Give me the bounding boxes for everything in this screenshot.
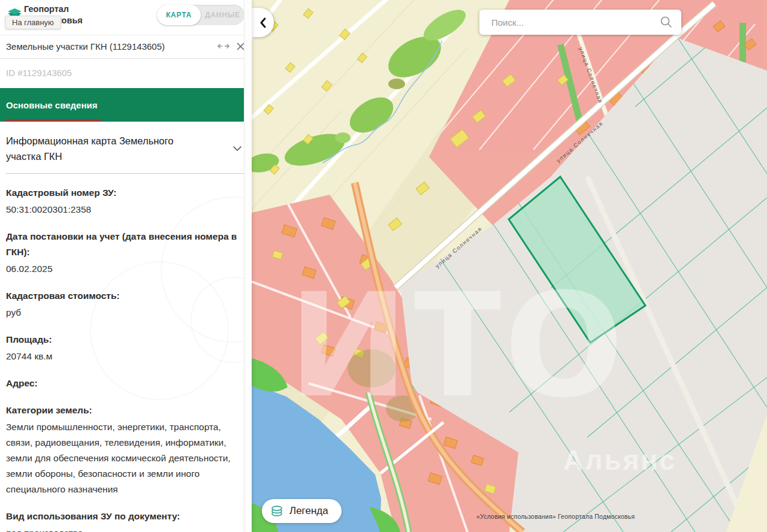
logo-title-line1: Геопортал [24, 4, 69, 14]
info-sidebar: Геопортал Подмосковья На главную КАРТА Д… [0, 0, 252, 532]
field-value: под производство [6, 525, 244, 532]
tab-main-info[interactable]: Основные сведения [0, 88, 252, 122]
toggle-map-tab[interactable]: КАРТА [157, 5, 201, 25]
field-label: Категории земель: [6, 403, 244, 418]
section-info-card[interactable]: Информационная карта Земельного участка … [6, 122, 246, 174]
field-permitted-use: Вид использования ЗУ по документу: под п… [6, 509, 244, 532]
view-toggle: КАРТА ДАННЫЕ [157, 5, 244, 25]
object-id: ID #1129143605 [0, 59, 252, 88]
legend-label: Легенда [289, 505, 328, 517]
search-icon[interactable] [660, 16, 673, 29]
map-svg: улица Солнечная улица Солнечная улица Со… [252, 0, 767, 532]
tab-active-underline [5, 119, 102, 122]
legend-button[interactable]: Легенда [262, 499, 342, 523]
watermark-center: ито [288, 216, 624, 437]
sidebar-header: Геопортал Подмосковья На главную КАРТА Д… [0, 0, 252, 35]
section-title: Информационная карта Земельного участка … [6, 133, 210, 164]
search-input[interactable] [490, 17, 660, 28]
geoportal-page: улица Солнечная улица Солнечная улица Со… [0, 0, 767, 532]
home-button[interactable]: На главную [5, 16, 61, 29]
map-attribution[interactable]: «Условия использования» Геопортала Подмо… [476, 513, 635, 520]
tab-label: Основные сведения [6, 100, 97, 110]
field-label: Вид использования ЗУ по документу: [6, 509, 244, 524]
toggle-data-tab[interactable]: ДАННЫЕ [201, 5, 244, 25]
panel-title: Земельные участки ГКН (1129143605) [6, 41, 210, 53]
field-value: Земли промышленности, энергетики, трансп… [6, 419, 244, 497]
watermark-corner: Альянс [563, 445, 677, 476]
chevron-down-icon[interactable] [232, 146, 242, 152]
resize-arrows-icon[interactable] [218, 43, 230, 50]
map-search [479, 10, 681, 35]
chevron-left-icon [259, 17, 267, 29]
panel-header: Земельные участки ГКН (1129143605) [0, 35, 252, 59]
field-label: Кадастровый номер ЗУ: [6, 185, 244, 201]
sidebar-scrollbar[interactable] [244, 0, 252, 532]
map-canvas[interactable]: улица Солнечная улица Солнечная улица Со… [252, 0, 767, 532]
layers-icon [270, 504, 283, 518]
field-land-category: Категории земель: Земли промышленности, … [6, 403, 244, 497]
